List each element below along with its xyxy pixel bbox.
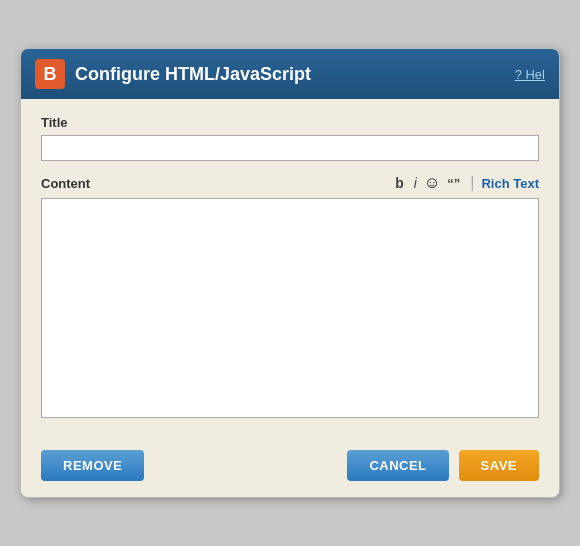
bold-button[interactable]: b <box>392 173 407 193</box>
toolbar: b i ☺ “” | Rich Text <box>392 173 539 193</box>
content-header: Content b i ☺ “” | Rich Text <box>41 173 539 193</box>
help-link[interactable]: ? Hel <box>515 67 545 82</box>
right-buttons: CANCEL SAVE <box>347 450 539 481</box>
dialog-footer: REMOVE CANCEL SAVE <box>21 438 559 497</box>
dialog-body: Title Content b i ☺ “” | Rich Text <box>21 99 559 438</box>
quote-button[interactable]: “” <box>444 174 463 193</box>
content-label: Content <box>41 176 90 191</box>
configure-dialog: B Configure HTML/JavaScript ? Hel Title … <box>20 48 560 498</box>
content-textarea[interactable] <box>41 198 539 418</box>
dialog-title: Configure HTML/JavaScript <box>75 64 311 85</box>
blogger-icon: B <box>35 59 65 89</box>
toolbar-separator: | <box>470 174 474 192</box>
rich-text-link[interactable]: Rich Text <box>481 176 539 191</box>
title-input[interactable] <box>41 135 539 161</box>
save-button[interactable]: SAVE <box>459 450 539 481</box>
title-label: Title <box>41 115 539 130</box>
italic-button[interactable]: i <box>411 173 420 193</box>
remove-button[interactable]: REMOVE <box>41 450 144 481</box>
cancel-button[interactable]: CANCEL <box>347 450 448 481</box>
dialog-header: B Configure HTML/JavaScript ? Hel <box>21 49 559 99</box>
smiley-icon[interactable]: ☺ <box>424 174 440 192</box>
